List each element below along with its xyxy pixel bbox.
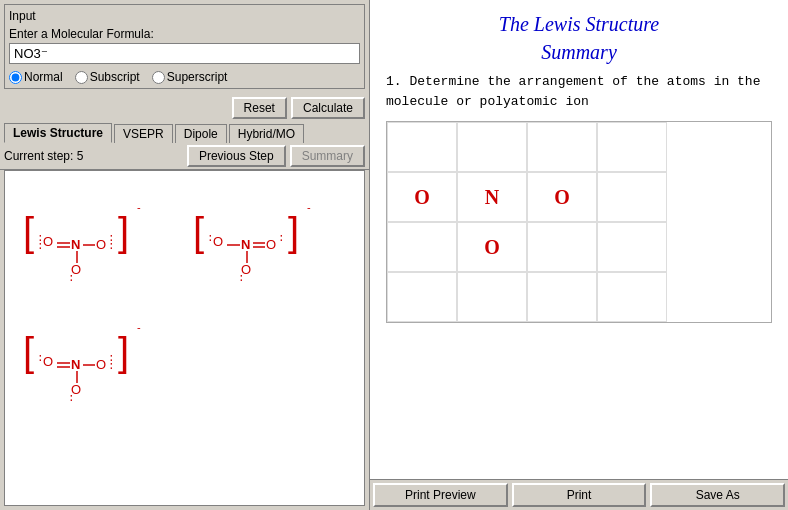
svg-text::: :	[278, 232, 285, 244]
structure-3: [ : O N O : : O : ] -	[15, 301, 170, 411]
svg-text::: :	[68, 392, 75, 404]
step-nav: Current step: 5 Previous Step Summary	[0, 143, 369, 170]
print-button[interactable]: Print	[512, 483, 647, 507]
grid-cell-0-2	[527, 122, 597, 172]
right-scrollable[interactable]: The Lewis Structure Summary 1. Determine…	[370, 0, 788, 479]
radio-subscript[interactable]: Subscript	[75, 70, 140, 84]
svg-text:N: N	[241, 237, 250, 252]
svg-text:O: O	[96, 357, 106, 372]
svg-text:O: O	[266, 237, 276, 252]
svg-text:[: [	[23, 210, 34, 254]
formula-label: Enter a Molecular Formula:	[9, 27, 360, 41]
svg-text:-: -	[137, 321, 141, 333]
grid-cell-3-3	[597, 272, 667, 322]
atom-arrangement-grid: O N O O	[386, 121, 772, 323]
tab-dipole[interactable]: Dipole	[175, 124, 227, 143]
left-panel: Input Enter a Molecular Formula: Normal …	[0, 0, 370, 510]
grid-cell-2-0	[387, 222, 457, 272]
grid-cell-0-1	[457, 122, 527, 172]
grid-cell-0-3	[597, 122, 667, 172]
radio-group: Normal Subscript Superscript	[9, 70, 360, 84]
svg-text:]: ]	[118, 330, 129, 374]
print-preview-button[interactable]: Print Preview	[373, 483, 508, 507]
input-group-title: Input	[9, 9, 360, 23]
formula-input[interactable]	[9, 43, 360, 64]
reset-button[interactable]: Reset	[232, 97, 287, 119]
svg-text:O: O	[96, 237, 106, 252]
tab-lewis-structure[interactable]: Lewis Structure	[4, 123, 112, 143]
step-label: Current step: 5	[4, 149, 183, 163]
svg-text:O: O	[213, 234, 223, 249]
right-footer: Print Preview Print Save As	[370, 479, 788, 510]
action-buttons: Reset Calculate	[0, 93, 369, 119]
svg-text::: :	[108, 360, 115, 372]
grid-cell-2-1: O	[457, 222, 527, 272]
radio-superscript[interactable]: Superscript	[152, 70, 228, 84]
grid-cell-1-1: N	[457, 172, 527, 222]
svg-text:N: N	[71, 357, 80, 372]
svg-text:]: ]	[288, 210, 299, 254]
tab-vsepr[interactable]: VSEPR	[114, 124, 173, 143]
svg-text::: :	[108, 240, 115, 252]
grid-cell-3-1	[457, 272, 527, 322]
grid-cell-1-3	[597, 172, 667, 222]
grid-cell-2-2	[527, 222, 597, 272]
title-line2: Summary	[541, 41, 617, 63]
input-group: Input Enter a Molecular Formula: Normal …	[4, 4, 365, 89]
grid-cell-1-0: O	[387, 172, 457, 222]
summary-title: The Lewis Structure Summary	[386, 10, 772, 66]
structure-1: [ : : O N O : : O : ] -	[15, 181, 170, 291]
grid-cell-2-3	[597, 222, 667, 272]
tab-hybrid-mo[interactable]: Hybrid/MO	[229, 124, 304, 143]
calculate-button[interactable]: Calculate	[291, 97, 365, 119]
grid-cell-1-2: O	[527, 172, 597, 222]
svg-text:[: [	[193, 210, 204, 254]
summary-button[interactable]: Summary	[290, 145, 365, 167]
svg-text:O: O	[43, 234, 53, 249]
svg-text:O: O	[43, 354, 53, 369]
radio-normal[interactable]: Normal	[9, 70, 63, 84]
svg-text::: :	[68, 272, 75, 284]
step1-text: 1. Determine the arrangement of the atom…	[386, 72, 772, 111]
prev-step-button[interactable]: Previous Step	[187, 145, 286, 167]
grid-cell-0-0	[387, 122, 457, 172]
svg-text:[: [	[23, 330, 34, 374]
svg-text:N: N	[71, 237, 80, 252]
grid-cell-3-0	[387, 272, 457, 322]
title-line1: The Lewis Structure	[499, 13, 659, 35]
right-panel: The Lewis Structure Summary 1. Determine…	[370, 0, 788, 510]
svg-text:-: -	[307, 201, 311, 213]
svg-text:-: -	[137, 201, 141, 213]
structure-2: [ : O N O : O : ] -	[185, 181, 340, 291]
svg-text:]: ]	[118, 210, 129, 254]
tabs-row: Lewis Structure VSEPR Dipole Hybrid/MO	[0, 121, 369, 143]
grid-cell-3-2	[527, 272, 597, 322]
lewis-drawing-area: [ : : O N O : : O : ] -	[4, 170, 365, 506]
svg-text::: :	[238, 272, 245, 284]
save-as-button[interactable]: Save As	[650, 483, 785, 507]
